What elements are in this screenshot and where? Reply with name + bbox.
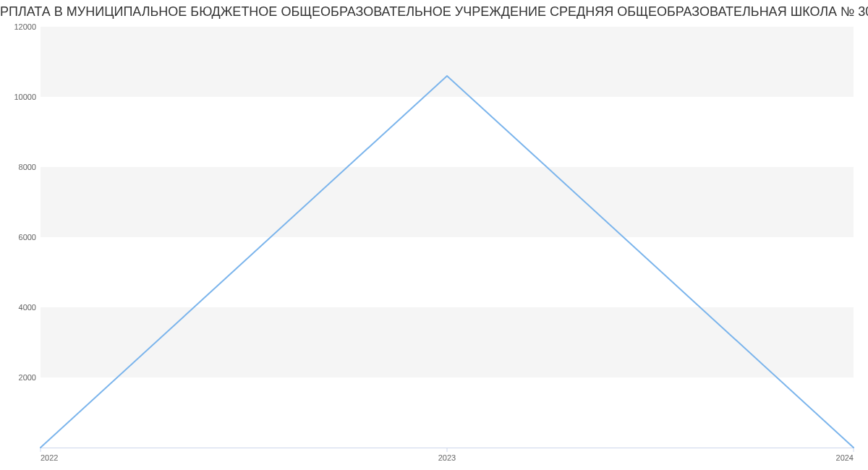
chart-plot: 20004000600080001000012000202220232024 [7,22,861,466]
y-tick-label: 2000 [19,373,36,382]
x-tick-label: 2023 [438,453,456,462]
grid-band [41,307,854,377]
y-tick-label: 6000 [19,233,36,242]
chart-svg: 20004000600080001000012000202220232024 [7,22,861,466]
y-tick-label: 12000 [14,22,36,31]
series-line [41,76,854,448]
x-tick-label: 2022 [41,453,58,462]
x-tick-label: 2024 [836,453,854,462]
chart-title: РПЛАТА В МУНИЦИПАЛЬНОЕ БЮДЖЕТНОЕ ОБЩЕОБР… [0,0,868,20]
y-tick-label: 10000 [14,93,36,101]
y-tick-label: 4000 [19,303,36,312]
grid-band [41,27,854,97]
grid-band [41,167,854,237]
y-tick-label: 8000 [19,163,36,171]
